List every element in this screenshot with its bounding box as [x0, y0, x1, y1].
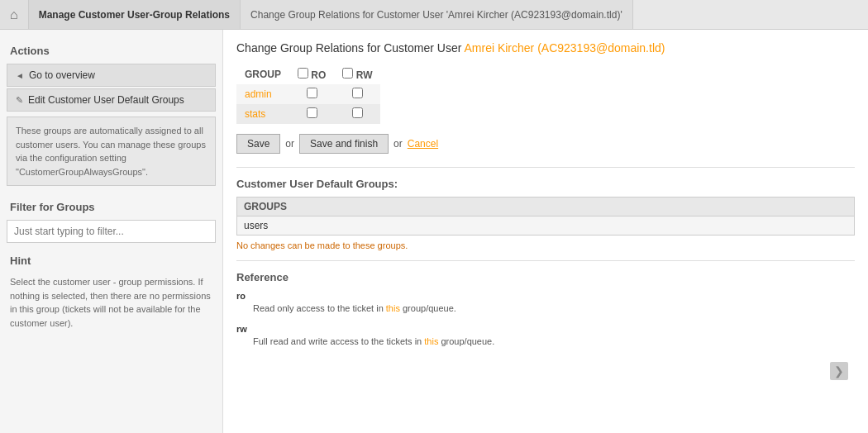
divider-1 — [236, 167, 855, 168]
breadcrumb-manage[interactable]: Manage Customer User-Group Relations — [29, 0, 241, 29]
edit-default-groups-button[interactable]: ✎ Edit Customer User Default Groups — [7, 88, 216, 112]
rw-header-checkbox[interactable] — [342, 68, 353, 79]
scroll-indicator: ❯ — [830, 362, 848, 380]
main-container: Actions ◄ Go to overview ✎ Edit Customer… — [0, 30, 868, 433]
go-to-overview-button[interactable]: ◄ Go to overview — [7, 64, 216, 87]
home-icon: ⌂ — [10, 7, 18, 22]
sidebar-info: These groups are automatically assigned … — [7, 117, 216, 186]
ref-rw-key: rw — [236, 324, 247, 334]
default-groups-col-header: GROUPS — [237, 197, 855, 216]
col-ro-header: RO — [289, 64, 334, 84]
save-button[interactable]: Save — [236, 134, 280, 154]
reference-title: Reference — [236, 271, 855, 283]
save-and-finish-button[interactable]: Save and finish — [299, 134, 389, 154]
ro-cell — [289, 84, 334, 104]
col-group-header: GROUP — [236, 64, 289, 84]
group-name-cell: admin — [236, 84, 289, 104]
content-area: Change Group Relations for Customer User… — [223, 30, 868, 433]
breadcrumb: ⌂ Manage Customer User-Group Relations C… — [0, 0, 868, 30]
or-text-1: or — [285, 138, 294, 150]
rw-cell — [334, 104, 380, 124]
ref-ro-key: ro — [236, 291, 246, 301]
ro-checkbox[interactable] — [307, 107, 317, 118]
default-group-row: users — [237, 216, 855, 236]
ro-cell — [289, 104, 334, 124]
cancel-button[interactable]: Cancel — [408, 138, 438, 150]
table-row: admin — [236, 84, 380, 104]
ro-checkbox[interactable] — [307, 88, 317, 98]
breadcrumb-change: Change Group Relations for Customer User… — [241, 0, 633, 29]
rw-cell — [334, 84, 380, 104]
customer-user-highlight: Amrei Kircher (AC923193@domain.tld) — [464, 41, 665, 55]
default-groups-title: Customer User Default Groups: — [236, 178, 855, 190]
ref-rw-link[interactable]: this — [424, 336, 438, 346]
hint-text: Select the customer user - group permiss… — [0, 272, 222, 333]
ref-rw-desc: Full read and write access to the ticket… — [236, 336, 494, 346]
col-rw-header: RW — [334, 64, 380, 84]
content-title: Change Group Relations for Customer User… — [236, 41, 855, 55]
rw-checkbox[interactable] — [352, 107, 363, 118]
table-row: stats — [236, 104, 380, 124]
filter-title: Filter for Groups — [0, 191, 222, 218]
content-footer: ❯ — [236, 355, 855, 380]
breadcrumb-manage-label: Manage Customer User-Group Relations — [39, 9, 230, 21]
sidebar: Actions ◄ Go to overview ✎ Edit Customer… — [0, 30, 223, 433]
edit-icon: ✎ — [16, 95, 23, 106]
action-buttons: Save or Save and finish or Cancel — [236, 134, 855, 154]
divider-2 — [236, 260, 855, 261]
breadcrumb-home[interactable]: ⌂ — [0, 0, 29, 29]
hint-title: Hint — [0, 245, 222, 272]
ro-header-checkbox[interactable] — [298, 68, 308, 79]
or-text-2: or — [393, 138, 403, 150]
reference-ro: ro Read only access to the ticket in thi… — [236, 290, 855, 316]
rw-checkbox[interactable] — [352, 88, 363, 98]
default-group-cell: users — [237, 216, 855, 236]
group-name-cell: stats — [236, 104, 289, 124]
ref-ro-link[interactable]: this — [386, 303, 400, 313]
actions-title: Actions — [0, 38, 222, 62]
default-groups-table: GROUPS users — [236, 197, 855, 236]
filter-input[interactable] — [7, 220, 216, 243]
arrow-left-icon: ◄ — [16, 71, 24, 80]
breadcrumb-change-label: Change Group Relations for Customer User… — [250, 9, 622, 21]
group-table: GROUP RO RW admin stats — [236, 64, 380, 124]
reference-rw: rw Full read and write access to the tic… — [236, 323, 855, 350]
ref-ro-desc: Read only access to the ticket in this g… — [236, 303, 456, 313]
no-changes-text: No changes can be made to these groups. — [236, 240, 855, 250]
